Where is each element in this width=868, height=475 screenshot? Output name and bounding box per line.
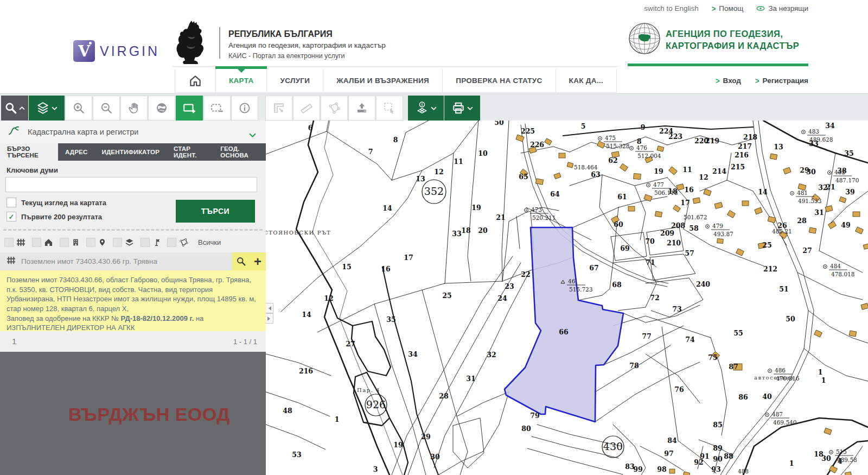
svg-text:493.87: 493.87	[713, 231, 733, 237]
tab-геод-основа[interactable]: ГЕОД. ОСНОВА	[213, 143, 266, 161]
svg-text:223: 223	[668, 132, 682, 141]
svg-text:485.21: 485.21	[772, 228, 792, 235]
add-result-button[interactable]: +	[250, 252, 266, 270]
nav-item-услуги[interactable]: УСЛУГИ	[267, 69, 323, 92]
virgin-logo[interactable]: V VIRGIN	[73, 40, 159, 62]
svg-text:58: 58	[689, 224, 699, 232]
government-title-block: РЕПУБЛИКА БЪЛГАРИЯ Агенция по геодезия, …	[228, 28, 386, 61]
svg-text:24: 24	[497, 294, 507, 302]
svg-text:483: 483	[808, 128, 819, 135]
parcel-grid-icon	[7, 256, 16, 267]
info-button[interactable]	[231, 96, 258, 121]
login-link[interactable]: > Вход	[716, 77, 741, 85]
tab-бързо-търсене[interactable]: БЪРЗО ТЪРСЕНЕ	[0, 143, 58, 161]
accessibility-link[interactable]: За незрящи	[756, 4, 808, 12]
eye-icon	[756, 4, 765, 12]
filter-checkbox-layers[interactable]	[113, 238, 122, 247]
svg-text:46: 46	[568, 278, 576, 284]
layers-icon	[125, 238, 134, 247]
svg-text:39: 39	[845, 188, 854, 196]
nav-item-проверка-на-статус[interactable]: ПРОВЕРКА НА СТАТУС	[443, 69, 556, 92]
switch-language-link[interactable]: switch to English	[644, 4, 699, 12]
sidebar-collapse-right[interactable]	[266, 313, 273, 324]
zoom-to-result-button[interactable]	[232, 252, 250, 270]
dashed-divider	[3, 229, 263, 231]
sidebar-footer-pane: ВЪРДЖЪН ЕООД	[0, 352, 266, 475]
nav-home[interactable]	[175, 69, 216, 92]
tab-адрес[interactable]: АДРЕС	[58, 143, 95, 161]
tab-идентификатор[interactable]: ИДЕНТИФИКАТОР	[95, 143, 167, 161]
help-link[interactable]: > Помощ	[712, 4, 744, 12]
layers-button[interactable]	[29, 96, 65, 121]
filter-checkbox-building[interactable]	[60, 238, 69, 247]
nav-item-карта[interactable]: КАРТА	[216, 69, 267, 92]
current-view-checkbox[interactable]	[7, 198, 16, 207]
filter-checkbox-house[interactable]	[32, 238, 41, 247]
svg-text:478.018: 478.018	[831, 271, 854, 277]
zoom-out-button[interactable]	[93, 96, 120, 121]
zoom-rect-in-button[interactable]	[176, 96, 203, 121]
svg-text:23: 23	[505, 282, 514, 290]
filter-checkbox-flag[interactable]	[141, 238, 150, 247]
svg-text:89: 89	[713, 444, 722, 452]
nav-item-как-да-[interactable]: КАК ДА...	[556, 69, 617, 92]
header-divider	[219, 27, 220, 59]
pan-button[interactable]	[120, 96, 148, 121]
svg-text:73: 73	[672, 305, 681, 313]
top-utility-bar: switch to English > Помощ За незрящи	[0, 0, 868, 16]
svg-text:479: 479	[712, 223, 723, 229]
svg-text:482: 482	[834, 169, 845, 175]
svg-text:17: 17	[680, 199, 690, 207]
keywords-input[interactable]	[5, 177, 257, 192]
map-canvas[interactable]: 6781312111014151617192133182022232425273…	[266, 121, 868, 475]
svg-text:90: 90	[713, 455, 723, 463]
svg-text:10: 10	[478, 149, 488, 157]
svg-text:63: 63	[591, 170, 600, 179]
svg-text:212: 212	[763, 265, 777, 273]
svg-text:79: 79	[530, 411, 539, 420]
svg-text:476: 476	[636, 144, 647, 151]
chevron-down-icon	[249, 130, 256, 140]
svg-text:33: 33	[452, 230, 461, 238]
svg-text:501.672: 501.672	[684, 214, 707, 220]
globe-button[interactable]	[148, 96, 175, 121]
svg-text:77: 77	[642, 332, 651, 340]
svg-text:489.58: 489.58	[837, 457, 857, 463]
nav-item-жалби-и-възражения[interactable]: ЖАЛБИ И ВЪЗРАЖЕНИЯ	[323, 69, 443, 92]
svg-text:14: 14	[758, 188, 768, 196]
globe-icon	[628, 22, 661, 58]
svg-text:78: 78	[629, 362, 639, 370]
coat-of-arms-lion-icon	[175, 21, 207, 67]
filter-checkbox-pin[interactable]	[86, 238, 95, 247]
svg-text:25: 25	[762, 241, 771, 249]
svg-text:17: 17	[404, 254, 413, 262]
svg-text:48: 48	[283, 407, 292, 415]
layer-select-dropdown[interactable]: Кадастрална карта и регистри	[0, 121, 266, 144]
zoom-in-button[interactable]	[65, 96, 92, 121]
print-button[interactable]	[444, 96, 480, 121]
measure-area-button	[265, 96, 292, 121]
svg-text:71: 71	[646, 258, 655, 267]
sidebar-collapse-left[interactable]	[266, 303, 273, 313]
svg-text:486: 486	[775, 367, 786, 373]
agency-logo[interactable]: АГЕНЦИЯ ПО ГЕОДЕЗИЯ, КАРТОГРАФИЯ И КАДАС…	[628, 22, 799, 58]
tab-стар-идент-[interactable]: СТАР ИДЕНТ.	[167, 143, 213, 161]
result-row[interactable]: Поземлен имот 73403.430.66 гр. Трявна +	[0, 252, 266, 270]
register-link[interactable]: > Регистрация	[755, 77, 808, 85]
highlighted-parcel-66[interactable]	[505, 227, 623, 422]
filter-checkbox-parcel-grid[interactable]	[4, 238, 14, 247]
upload-button[interactable]	[348, 96, 375, 121]
svg-text:6: 6	[308, 124, 313, 132]
first-200-checkbox[interactable]: ✓	[7, 212, 16, 221]
svg-text:8: 8	[393, 136, 398, 144]
layer-info-button[interactable]	[408, 96, 444, 121]
zoom-rect-out-button[interactable]	[203, 96, 231, 121]
result-detail-box[interactable]: Поземлен имот 73403.430.66, област Габро…	[0, 270, 266, 331]
filter-checkbox-polygon[interactable]	[167, 238, 176, 247]
svg-text:1: 1	[789, 459, 794, 467]
svg-text:216: 216	[735, 151, 749, 159]
search-button[interactable]: ТЪРСИ	[176, 200, 255, 223]
page-number[interactable]: 1	[12, 337, 16, 346]
svg-text:34: 34	[825, 122, 835, 130]
search-button[interactable]	[1, 96, 28, 121]
